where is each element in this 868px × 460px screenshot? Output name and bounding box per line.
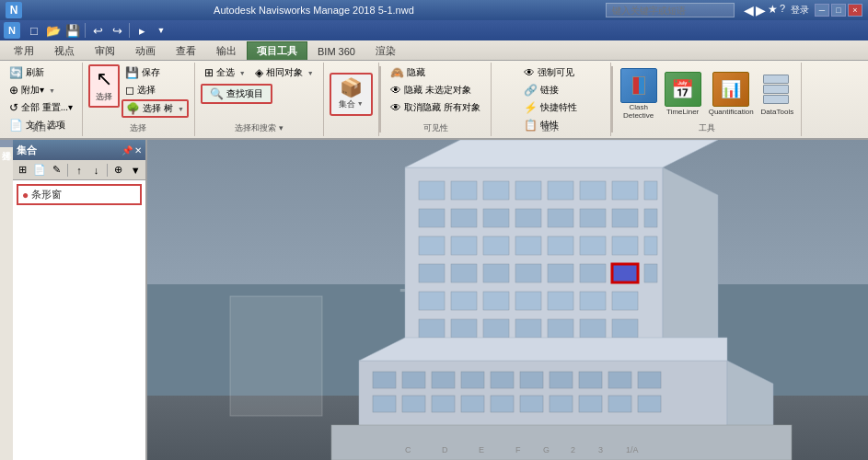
show-all-label: 取消隐藏 所有对象 [404,101,480,114]
visibility-group: 🙈 隐藏 👁 隐藏 未选定对象 👁 取消隐藏 所有对象 可见性 [381,63,492,136]
svg-text:C: C [405,445,411,454]
undo-btn[interactable]: ↩ [88,22,107,39]
svg-rect-23 [515,236,541,255]
redo-btn[interactable]: ↪ [108,22,126,39]
hide-icon: 🙈 [390,66,404,79]
select-tree-btn[interactable]: 🌳 选择 树 ▼ [122,99,189,118]
select-large-btn[interactable]: ↖ 选择 [88,64,120,108]
save-btn[interactable]: 💾 [64,22,82,39]
open-btn[interactable]: 📂 [44,22,63,39]
quick-prop-icon: ⚡ [524,101,538,114]
svg-rect-50 [612,319,638,338]
find-label: 查找项目 [226,87,263,100]
play-btn[interactable]: ▸ [133,22,151,39]
maximize-btn[interactable]: □ [831,4,846,17]
select-all-btn[interactable]: ⊞ 全选 ▼ [201,64,249,81]
left-panel: 选择树 集合 📌 ✕ ⊞ 📄 ✎ ↑ ↓ ⊕ ▼ ● 条形窗 [0,140,147,460]
nav-next[interactable]: ▶ [756,3,766,17]
svg-rect-40 [548,292,573,310]
tab-output[interactable]: 输出 [206,41,247,60]
hide-label: 隐藏 [407,66,425,79]
svg-marker-3 [405,140,718,167]
reset-all-btn[interactable]: ↺ 全部 重置...▾ [6,99,76,116]
svg-rect-67 [461,396,484,412]
login-btn[interactable]: 登录 [791,4,809,17]
save-select-btn[interactable]: 💾 保存 [122,64,189,81]
panel-title: 集合 [17,144,37,157]
more-qa-btn[interactable]: ▼ [152,22,170,39]
same-object-btn[interactable]: ◈ 相同对象 ▼ [251,64,318,81]
show-all-btn[interactable]: 👁 取消隐藏 所有对象 [387,99,484,116]
svg-rect-59 [520,372,543,388]
svg-rect-7 [515,181,541,200]
viewport-3d[interactable]: TUITUISOFT 腿腿教学网 [147,140,868,460]
close-btn[interactable]: × [848,4,862,17]
quick-prop-btn[interactable]: ⚡ 快捷特性 [520,99,581,116]
svg-rect-8 [548,181,573,200]
append-btn[interactable]: ⊕ 附加▾ ▼ [6,82,59,98]
select-tree-dd[interactable]: ▼ [178,106,184,112]
more-tools-btn[interactable]: DataTools [759,70,796,118]
quantification-icon: 📊 [712,72,749,107]
tab-normal[interactable]: 常用 [4,41,44,60]
nav-prev[interactable]: ◀ [744,3,754,17]
pt-btn4[interactable]: ↑ [71,163,87,178]
same-obj-label: 相同对象 [266,66,303,79]
svg-rect-44 [419,319,445,338]
select-group-label: 选择 [130,122,146,134]
svg-rect-60 [550,372,573,388]
tab-animation[interactable]: 动画 [125,41,166,60]
append-dd[interactable]: ▼ [49,87,55,94]
star-btn[interactable]: ★ [768,3,778,17]
svg-rect-71 [579,396,602,412]
pt-btn2[interactable]: 📄 [31,163,47,178]
hide-btn[interactable]: 🙈 隐藏 [387,64,429,81]
select-same-btn[interactable]: ◻ 选择 [122,82,189,98]
tab-review[interactable]: 审阅 [85,41,125,60]
svg-marker-53 [359,338,727,361]
jihe-dd[interactable]: ▼ [357,100,364,107]
svg-rect-29 [451,264,477,282]
minimize-btn[interactable]: ─ [815,4,829,17]
panel-close-btn[interactable]: ✕ [134,145,142,155]
svg-rect-16 [548,209,573,227]
tree-item-0[interactable]: ● 条形窗 [17,184,142,205]
tab-project-tools[interactable]: 项目工具 [247,41,307,60]
hide-unselected-btn[interactable]: 👁 隐藏 未选定对象 [387,82,475,98]
tab-bim360[interactable]: BIM 360 [307,41,365,60]
toolbar-sep2 [107,164,108,177]
timeliner-btn[interactable]: 📅 TimeLiner [663,70,703,118]
pt-btn6[interactable]: ⊕ [110,163,126,178]
ribbon-tabs: 常用 视点 审阅 动画 查看 输出 项目工具 BIM 360 渲染 [0,40,868,61]
refresh-btn[interactable]: 🔄 刷新 [6,64,48,81]
pt-btn7[interactable]: ▼ [128,163,144,178]
props-icon: 📋 [524,119,538,132]
search-input[interactable] [606,3,735,17]
new-btn[interactable]: □ [25,22,43,39]
svg-text:D: D [442,445,448,454]
title-bar: N Autodesk Navisworks Manage 2018 5-1.nw… [0,0,868,20]
tab-viewpoint[interactable]: 视点 [44,41,85,60]
tab-render[interactable]: 渲染 [365,41,406,60]
pt-btn5[interactable]: ↓ [88,163,104,178]
same-obj-dd[interactable]: ▼ [307,70,314,76]
clash-detective-btn[interactable]: ClashDetective [619,66,659,122]
toolbar-sep [67,164,68,177]
force-visible-btn[interactable]: 👁 强制可见 [520,64,578,81]
quick-access-toolbar: N □ 📂 💾 ↩ ↪ ▸ ▼ [0,20,868,40]
tab-view[interactable]: 查看 [166,41,206,60]
help-btn[interactable]: ? [780,3,785,17]
jihe-btn[interactable]: 📦 集合 ▼ [330,73,373,116]
link-btn[interactable]: 🔗 链接 [520,82,562,98]
panel-pin-btn[interactable]: 📌 [122,145,133,155]
quantification-btn[interactable]: 📊 Quantification [707,70,756,118]
find-item-btn[interactable]: 🔍 查找项目 [201,84,272,104]
vertical-select-tree-tab[interactable]: 选择树 [0,140,13,147]
select-all-dd[interactable]: ▼ [239,70,246,76]
pt-btn3[interactable]: ✎ [49,163,64,178]
pt-btn1[interactable]: ⊞ [15,163,30,178]
svg-rect-62 [608,372,631,388]
svg-rect-31 [515,264,541,282]
svg-rect-32 [548,264,573,282]
navisworks-logo-btn[interactable]: N [4,22,20,39]
